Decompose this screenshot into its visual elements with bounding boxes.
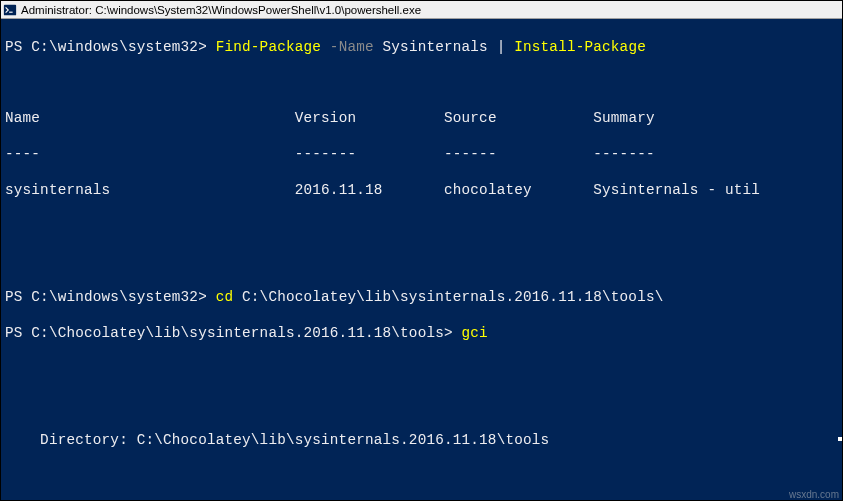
- directory-line: Directory: C:\Chocolatey\lib\sysinternal…: [5, 432, 838, 450]
- flag-name: -Name: [330, 39, 383, 55]
- prompt: PS C:\windows\system32>: [5, 289, 216, 305]
- scroll-indicator: [838, 437, 842, 441]
- console-output[interactable]: PS C:\windows\system32> Find-Package -Na…: [1, 19, 842, 500]
- cmd-cd: cd: [216, 289, 242, 305]
- pkg-row: sysinternals 2016.11.18 chocolatey Sysin…: [5, 182, 838, 200]
- prompt: PS C:\Chocolatey\lib\sysinternals.2016.1…: [5, 325, 462, 341]
- powershell-window: Administrator: C:\windows\System32\Windo…: [0, 0, 843, 501]
- pkg-header: Name Version Source Summary: [5, 110, 838, 128]
- pkg-divider: ---- ------- ------ -------: [5, 146, 838, 164]
- cmd-find-package: Find-Package: [216, 39, 330, 55]
- prompt: PS C:\windows\system32>: [5, 39, 216, 55]
- cmd-gci: gci: [462, 325, 488, 341]
- titlebar-text: Administrator: C:\windows\System32\Windo…: [21, 4, 421, 16]
- svg-rect-0: [4, 4, 16, 15]
- powershell-icon: [3, 3, 17, 17]
- cd-path: C:\Chocolatey\lib\sysinternals.2016.11.1…: [242, 289, 663, 305]
- cmd-install-package: Install-Package: [514, 39, 646, 55]
- arg: Sysinternals |: [383, 39, 515, 55]
- watermark: wsxdn.com: [789, 489, 839, 500]
- titlebar[interactable]: Administrator: C:\windows\System32\Windo…: [1, 1, 842, 19]
